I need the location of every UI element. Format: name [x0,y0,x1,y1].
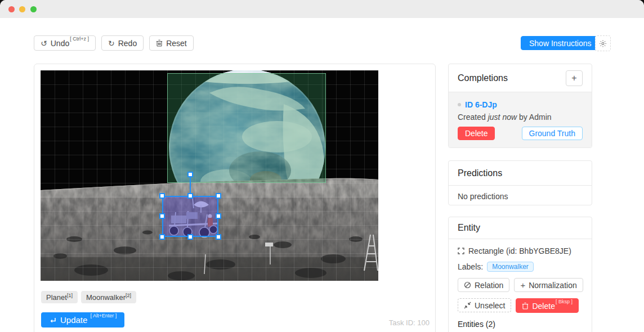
completion-id-link[interactable]: ID 6-DJp [458,100,583,109]
label-button-planet[interactable]: Planet[1] [41,291,78,303]
gear-icon [599,39,607,48]
redo-button[interactable]: ↻ Redo [101,35,144,51]
resize-handle-n[interactable] [187,193,193,199]
resize-handle-se[interactable] [216,234,221,240]
normalization-button[interactable]: + Normalization [514,278,583,292]
undo-label: Undo[ Ctrl+z ] [51,38,89,48]
redo-icon: ↻ [108,39,115,47]
window-titlebar [0,0,644,18]
window-minimize-button[interactable] [19,6,25,12]
resize-handle-e[interactable] [216,213,221,219]
relation-button[interactable]: Relation [458,278,509,292]
completion-status-dot [458,103,461,106]
redo-label: Redo [118,39,137,48]
resize-handle-sw[interactable] [159,234,165,240]
undo-button[interactable]: ↺ Undo[ Ctrl+z ] [34,35,96,51]
reset-button[interactable]: Reset [149,35,194,51]
completion-created-text: Created just now by Admin [458,113,583,122]
update-button[interactable]: Update [ Alt+Enter ] [41,312,124,327]
entity-panel: Entity Rectangle (id: BhbYGBE8JE) Labels… [448,217,592,332]
delete-entity-label: Delete[ Bksp ] [532,301,572,311]
delete-entity-button[interactable]: Delete[ Bksp ] [516,298,578,313]
resize-handle-nw[interactable] [159,193,165,199]
entities-count-heading: Entities (2) [458,320,583,329]
label-button-moonwalker[interactable]: Moonwalker[2] [81,291,136,303]
submit-enter-icon [49,317,56,324]
resize-handle-w[interactable] [159,213,165,219]
region-moonwalker[interactable] [162,196,218,237]
expand-corners-icon [458,248,464,254]
undo-icon: ↺ [41,39,47,47]
sidebar: Completions + ID 6-DJp Created just now … [448,64,592,332]
settings-button[interactable] [595,35,611,51]
entity-selection-text: Rectangle (id: BhbYGBE8JE) [468,246,571,255]
add-completion-button[interactable]: + [566,70,583,86]
resize-handle-ne[interactable] [216,193,221,199]
predictions-title: Predictions [458,168,502,178]
resize-handle-s[interactable] [187,234,193,240]
labels-caption: Labels: [458,262,483,271]
entity-label-tag[interactable]: Moonwalker [487,262,534,272]
annotation-app-window: ↺ Undo[ Ctrl+z ] ↻ Redo Reset Show Instr… [0,0,644,332]
rotate-handle[interactable] [187,172,193,177]
plus-icon: + [520,280,525,290]
predictions-panel: Predictions No predictions [448,160,592,205]
collapse-arrows-icon [464,302,471,309]
reset-label: Reset [166,39,187,48]
completion-item: ID 6-DJp Created just now by Admin Delet… [449,92,592,148]
show-instructions-button[interactable]: Show Instructions [521,36,600,50]
image-canvas[interactable] [41,70,378,281]
window-close-button[interactable] [8,6,15,12]
delete-completion-button[interactable]: Delete [458,127,495,140]
ground-truth-button[interactable]: Ground Truth [522,127,583,140]
relation-icon [464,281,471,289]
plus-icon: + [571,73,576,83]
task-card: Planet[1] Moonwalker[2] Update [ Alt+Ent… [34,64,436,332]
completions-panel: Completions + ID 6-DJp Created just now … [448,64,592,148]
completions-title: Completions [458,73,508,83]
label-buttons-row: Planet[1] Moonwalker[2] [41,291,136,303]
trash-icon [156,39,163,47]
task-id-label: Task ID: 100 [389,318,430,327]
region-planet[interactable] [167,73,326,183]
entity-title: Entity [458,223,480,233]
trash-icon [522,302,529,309]
history-toolbar: ↺ Undo[ Ctrl+z ] ↻ Redo Reset [34,35,194,51]
window-zoom-button[interactable] [30,6,37,12]
update-label: Update [ Alt+Enter ] [60,315,117,325]
unselect-button[interactable]: Unselect [458,298,511,312]
predictions-empty-text: No predictions [449,186,592,205]
